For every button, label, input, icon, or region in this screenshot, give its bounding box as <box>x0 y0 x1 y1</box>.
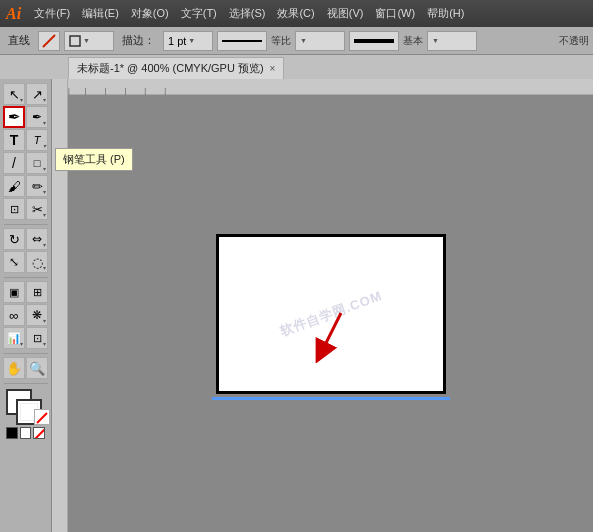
svg-rect-1 <box>70 36 80 46</box>
ruler-top: | | | | | | <box>52 79 593 95</box>
annotation-arrow <box>301 308 361 366</box>
none-color-swatch[interactable] <box>33 427 45 439</box>
ruler-label: | <box>124 87 126 94</box>
menu-text[interactable]: 文字(T) <box>176 4 222 23</box>
menu-select[interactable]: 选择(S) <box>224 4 271 23</box>
menu-bar: 文件(F) 编辑(E) 对象(O) 文字(T) 选择(S) 效果(C) 视图(V… <box>29 4 587 23</box>
menu-help[interactable]: 帮助(H) <box>422 4 469 23</box>
paintbrush-tool[interactable]: 🖌 <box>3 175 25 197</box>
ruler-label: | <box>105 87 107 94</box>
direct-select-tool[interactable]: ↗▾ <box>26 83 48 105</box>
title-bar: Ai 文件(F) 编辑(E) 对象(O) 文字(T) 选择(S) 效果(C) 视… <box>0 0 593 27</box>
tool-separator-3 <box>4 353 48 354</box>
equal-dropdown[interactable]: ▼ <box>295 31 345 51</box>
ruler-tick-marks: | | | | | | <box>68 79 184 94</box>
tool-row-gradient: ▣ ⊞ <box>2 281 49 303</box>
tool-row-type: T T▾ <box>2 129 49 151</box>
equal-label: 等比 <box>271 34 291 48</box>
menu-effect[interactable]: 效果(C) <box>272 4 319 23</box>
hand-tool[interactable]: ✋ <box>3 357 25 379</box>
chart-tool[interactable]: 📊▾ <box>3 327 25 349</box>
pen-tool-tooltip: 钢笔工具 (P) <box>55 148 133 171</box>
base-dropdown-arrow: ▼ <box>432 37 439 44</box>
artboard-container: 软件自学网.COM <box>216 234 446 394</box>
slice-tool[interactable]: ⊡▾ <box>26 327 48 349</box>
tool-row-scale: ⤡ ◌▾ <box>2 251 49 273</box>
tool-row-blend: ∞ ❋▾ <box>2 304 49 326</box>
tool-separator-4 <box>4 383 48 384</box>
base-dropdown[interactable]: ▼ <box>427 31 477 51</box>
base-label: 基本 <box>403 34 423 48</box>
rotate-tool[interactable]: ↻ <box>3 228 25 250</box>
svg-line-3 <box>321 313 341 353</box>
tool-row-pen: ✒ ✒▾ <box>2 106 49 128</box>
stroke-line-thin <box>222 40 262 42</box>
stroke-preview-thin <box>217 31 267 51</box>
stroke-value-dropdown[interactable]: 1 pt ▼ <box>163 31 213 51</box>
tab-title: 未标题-1* @ 400% (CMYK/GPU 预览) <box>77 61 264 76</box>
tab-close-button[interactable]: × <box>270 63 276 74</box>
white-color-swatch[interactable] <box>20 427 32 439</box>
tool-row-line: / □▾ <box>2 152 49 174</box>
gradient-tool[interactable]: ▣ <box>3 281 25 303</box>
line-tool[interactable]: / <box>3 152 25 174</box>
path-selection-indicator <box>212 397 450 400</box>
tool-separator-2 <box>4 277 48 278</box>
ruler-label: | <box>164 87 166 94</box>
warp-tool[interactable]: ◌▾ <box>26 251 48 273</box>
ai-logo: Ai <box>6 5 21 23</box>
toolbar-straight-label: 直线 <box>4 33 34 48</box>
tool-row-hand: ✋ 🔍 <box>2 357 49 379</box>
zoom-tool[interactable]: 🔍 <box>26 357 48 379</box>
symbol-tool[interactable]: ❋▾ <box>26 304 48 326</box>
menu-edit[interactable]: 编辑(E) <box>77 4 124 23</box>
pen-tool[interactable]: ✒ <box>3 106 25 128</box>
document-tab[interactable]: 未标题-1* @ 400% (CMYK/GPU 预览) × <box>68 57 284 79</box>
pencil-tool[interactable]: ✏▾ <box>26 175 48 197</box>
menu-window[interactable]: 窗口(W) <box>370 4 420 23</box>
pen-sub-tool[interactable]: ✒▾ <box>26 106 48 128</box>
scale-tool[interactable]: ⤡ <box>3 251 25 273</box>
ruler-label: | <box>144 87 146 94</box>
color-swap-row <box>6 389 50 425</box>
canvas-content[interactable]: 软件自学网.COM <box>68 95 593 532</box>
ruler-label: | <box>85 87 87 94</box>
tool-row-rotate: ↻ ⇔▾ <box>2 228 49 250</box>
equal-dropdown-arrow: ▼ <box>300 37 307 44</box>
mesh-tool[interactable]: ⊞ <box>26 281 48 303</box>
tool-row-select: ↖▾ ↗▾ <box>2 83 49 105</box>
tool-row-chart: 📊▾ ⊡▾ <box>2 327 49 349</box>
menu-object[interactable]: 对象(O) <box>126 4 174 23</box>
eraser-tool[interactable]: ⊡ <box>3 198 25 220</box>
ruler-label: | <box>68 87 70 94</box>
menu-file[interactable]: 文件(F) <box>29 4 75 23</box>
type-tool[interactable]: T <box>3 129 25 151</box>
shape-dropdown-arrow: ▼ <box>83 37 90 44</box>
type-sub-tool[interactable]: T▾ <box>26 129 48 151</box>
tool-row-brush: 🖌 ✏▾ <box>2 175 49 197</box>
blend-tool[interactable]: ∞ <box>3 304 25 326</box>
select-tool[interactable]: ↖▾ <box>3 83 25 105</box>
ruler-left <box>52 79 68 532</box>
tab-bar: 未标题-1* @ 400% (CMYK/GPU 预览) × <box>0 55 593 79</box>
color-control-area <box>2 387 49 441</box>
toolbar-shape-dropdown[interactable]: ▼ <box>64 31 114 51</box>
main-area: ↖▾ ↗▾ ✒ ✒▾ T T▾ / □▾ 🖌 ✏▾ ⊡ ✂▾ ↻ ⇔▾ ⤡ <box>0 79 593 532</box>
toolbar: 直线 ▼ 描边： 1 pt ▼ 等比 ▼ 基本 ▼ 不透明 <box>0 27 593 55</box>
tool-row-eraser: ⊡ ✂▾ <box>2 198 49 220</box>
menu-view[interactable]: 视图(V) <box>322 4 369 23</box>
toolbar-stroke-color[interactable] <box>38 31 60 51</box>
mirror-tool[interactable]: ⇔▾ <box>26 228 48 250</box>
svg-line-0 <box>43 35 55 47</box>
stroke-value: 1 pt <box>168 35 186 47</box>
stroke-line-thick <box>354 39 394 43</box>
color-small-boxes <box>6 427 45 439</box>
canvas-area[interactable]: | | | | | | 软件自学网.COM <box>52 79 593 532</box>
stroke-preview-thick <box>349 31 399 51</box>
toolbar-right: 不透明 <box>559 34 589 48</box>
scissors-tool[interactable]: ✂▾ <box>26 198 48 220</box>
none-color-box[interactable] <box>34 409 50 425</box>
shape-tool[interactable]: □▾ <box>26 152 48 174</box>
black-color-swatch[interactable] <box>6 427 18 439</box>
opacity-label: 不透明 <box>559 34 589 48</box>
